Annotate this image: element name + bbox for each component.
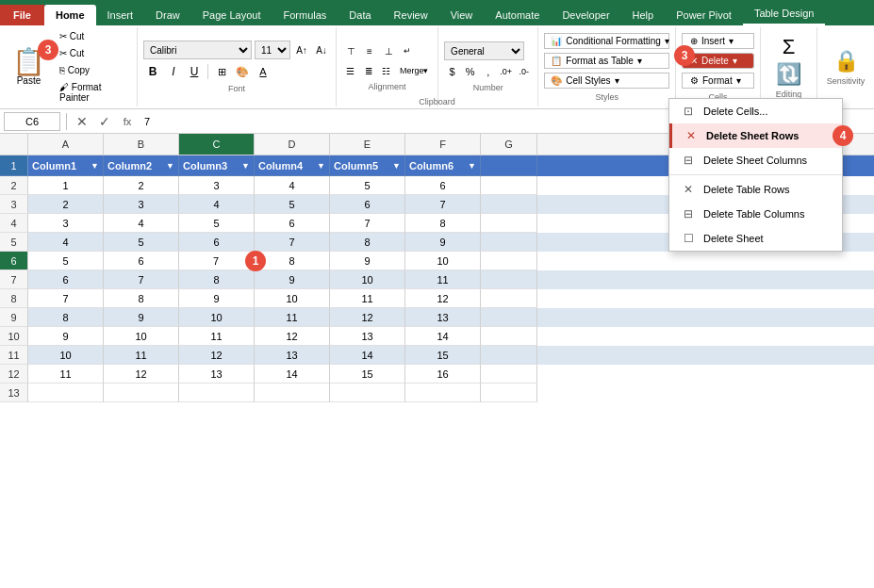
col-header-b[interactable]: B xyxy=(104,134,179,155)
col-header-g[interactable]: G xyxy=(481,134,537,155)
cancel-formula-button[interactable]: ✕ xyxy=(73,112,91,131)
cell-10-b[interactable]: 10 xyxy=(104,327,179,346)
cell-9-a[interactable]: 8 xyxy=(28,308,104,327)
cell-9-f[interactable]: 13 xyxy=(405,308,481,327)
dropdown-item-delete-cells[interactable]: ⊡ Delete Cells... xyxy=(669,99,842,123)
cell-3-c[interactable]: 4 xyxy=(179,195,255,214)
cell-9-c[interactable]: 10 xyxy=(179,308,255,327)
cell-1-b[interactable]: Column2 ▼ xyxy=(104,155,179,176)
cell-2-f[interactable]: 6 xyxy=(405,176,481,195)
cell-2-b[interactable]: 2 xyxy=(104,176,179,195)
cell-10-d[interactable]: 12 xyxy=(255,327,330,346)
col-header-c[interactable]: C xyxy=(179,134,255,155)
cell-6-c[interactable]: 71 xyxy=(179,252,255,270)
cell-4-f[interactable]: 8 xyxy=(405,214,481,233)
cell-9-b[interactable]: 9 xyxy=(104,308,179,327)
align-top-button[interactable]: ⊤ xyxy=(342,42,359,59)
dropdown-item-delete-sheet[interactable]: ☐ Delete Sheet xyxy=(669,226,842,251)
tab-home[interactable]: Home xyxy=(44,5,96,25)
tab-power-pivot[interactable]: Power Pivot xyxy=(665,5,743,25)
increase-font-button[interactable]: A↑ xyxy=(293,41,310,58)
cell-styles-button[interactable]: 🎨 Cell Styles ▾ xyxy=(544,73,669,89)
cell-13-d[interactable] xyxy=(255,384,330,402)
cell-11-a[interactable]: 10 xyxy=(28,346,104,365)
cell-3-b[interactable]: 3 xyxy=(104,195,179,214)
cell-12-e[interactable]: 15 xyxy=(330,365,405,384)
merge-button[interactable]: Merge▾ xyxy=(396,62,432,79)
wrap-text-button[interactable]: ↵ xyxy=(399,42,416,59)
cell-1-a[interactable]: Column1 ▼ xyxy=(28,155,104,176)
underline-button[interactable]: U xyxy=(185,62,204,81)
conditional-formatting-button[interactable]: 📊 Conditional Formatting ▾ xyxy=(544,33,669,49)
col-header-e[interactable]: E xyxy=(330,134,405,155)
dropdown-item-delete-sheet-rows[interactable]: 4 ✕ Delete Sheet Rows xyxy=(669,123,842,148)
cell-8-b[interactable]: 8 xyxy=(104,289,179,308)
cell-10-e[interactable]: 13 xyxy=(330,327,405,346)
cell-13-c[interactable] xyxy=(179,384,255,402)
decrease-font-button[interactable]: A↓ xyxy=(313,41,330,58)
cell-5-e[interactable]: 8 xyxy=(330,233,405,252)
tab-draw[interactable]: Draw xyxy=(144,5,191,25)
cell-11-c[interactable]: 12 xyxy=(179,346,255,365)
format-button[interactable]: ⚙ Format ▾ xyxy=(682,73,754,89)
percent-button[interactable]: % xyxy=(462,63,478,80)
cell-12-c[interactable]: 13 xyxy=(179,365,255,384)
comma-button[interactable]: , xyxy=(480,63,496,80)
cell-13-f[interactable] xyxy=(405,384,481,402)
cell-3-e[interactable]: 6 xyxy=(330,195,405,214)
cell-8-f[interactable]: 12 xyxy=(405,289,481,308)
fill-color-button[interactable]: 🎨 xyxy=(233,62,252,81)
currency-button[interactable]: $ xyxy=(444,63,460,80)
number-format-select[interactable]: General xyxy=(444,41,524,60)
cell-4-a[interactable]: 3 xyxy=(28,214,104,233)
tab-review[interactable]: Review xyxy=(383,5,439,25)
cell-7-e[interactable]: 10 xyxy=(330,270,405,289)
tab-insert[interactable]: Insert xyxy=(96,5,145,25)
tab-help[interactable]: Help xyxy=(621,5,666,25)
cell-2-a[interactable]: 1 xyxy=(28,176,104,195)
cell-12-b[interactable]: 12 xyxy=(104,365,179,384)
cell-reference-box[interactable] xyxy=(4,112,60,131)
cell-7-f[interactable]: 11 xyxy=(405,270,481,289)
align-center-button[interactable]: ≣ xyxy=(360,62,376,79)
cell-10-f[interactable]: 14 xyxy=(405,327,481,346)
cell-1-d[interactable]: Column4 ▼ xyxy=(255,155,330,176)
italic-button[interactable]: I xyxy=(164,62,183,81)
cell-6-f[interactable]: 10 xyxy=(405,252,481,270)
tab-data[interactable]: Data xyxy=(338,5,382,25)
cell-12-f[interactable]: 16 xyxy=(405,365,481,384)
cell-6-b[interactable]: 6 xyxy=(104,252,179,270)
cell-6-a[interactable]: 5 xyxy=(28,252,104,270)
col-header-d[interactable]: D xyxy=(255,134,330,155)
format-as-table-button[interactable]: 📋 Format as Table ▾ xyxy=(544,53,669,69)
cell-8-d[interactable]: 10 xyxy=(255,289,330,308)
cell-10-a[interactable]: 9 xyxy=(28,327,104,346)
cell-7-b[interactable]: 7 xyxy=(104,270,179,289)
cell-12-d[interactable]: 14 xyxy=(255,365,330,384)
cell-7-d[interactable]: 9 xyxy=(255,270,330,289)
font-size-select[interactable]: 11 xyxy=(255,41,290,59)
tab-view[interactable]: View xyxy=(439,5,485,25)
cell-11-b[interactable]: 11 xyxy=(104,346,179,365)
decrease-decimal-button[interactable]: .0- xyxy=(516,63,532,80)
cell-3-d[interactable]: 5 xyxy=(255,195,330,214)
cell-1-c[interactable]: Column3 ▼ xyxy=(179,155,255,176)
cell-4-b[interactable]: 4 xyxy=(104,214,179,233)
cell-13-a[interactable] xyxy=(28,384,104,402)
cell-11-e[interactable]: 14 xyxy=(330,346,405,365)
format-painter-button[interactable]: ⎘ Copy xyxy=(56,63,131,77)
col-header-f[interactable]: F xyxy=(405,134,481,155)
tab-page-layout[interactable]: Page Layout xyxy=(191,5,272,25)
cell-9-e[interactable]: 12 xyxy=(330,308,405,327)
cell-11-d[interactable]: 13 xyxy=(255,346,330,365)
copy-button[interactable]: ✂ Cut xyxy=(56,46,131,60)
tab-formulas[interactable]: Formulas xyxy=(272,5,338,25)
cell-13-g[interactable] xyxy=(481,384,537,402)
insert-function-button[interactable]: fx xyxy=(118,112,137,131)
cell-8-a[interactable]: 7 xyxy=(28,289,104,308)
cell-2-e[interactable]: 5 xyxy=(330,176,405,195)
dropdown-item-delete-table-columns[interactable]: ⊟ Delete Table Columns xyxy=(669,202,842,226)
bold-button[interactable]: B xyxy=(143,62,162,81)
cell-13-e[interactable] xyxy=(330,384,405,402)
cell-6-d[interactable]: 8 xyxy=(255,252,330,270)
